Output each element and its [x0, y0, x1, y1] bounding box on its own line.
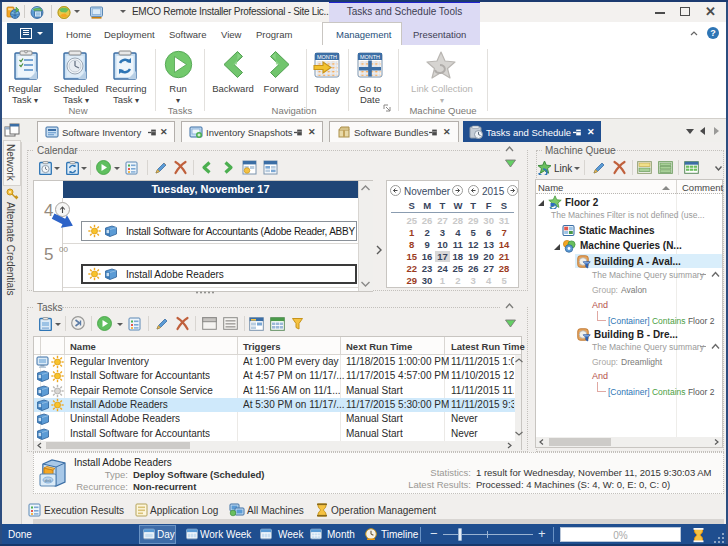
- svg-text:MONTH: MONTH: [360, 54, 380, 60]
- svg-text:MONTH: MONTH: [317, 54, 337, 60]
